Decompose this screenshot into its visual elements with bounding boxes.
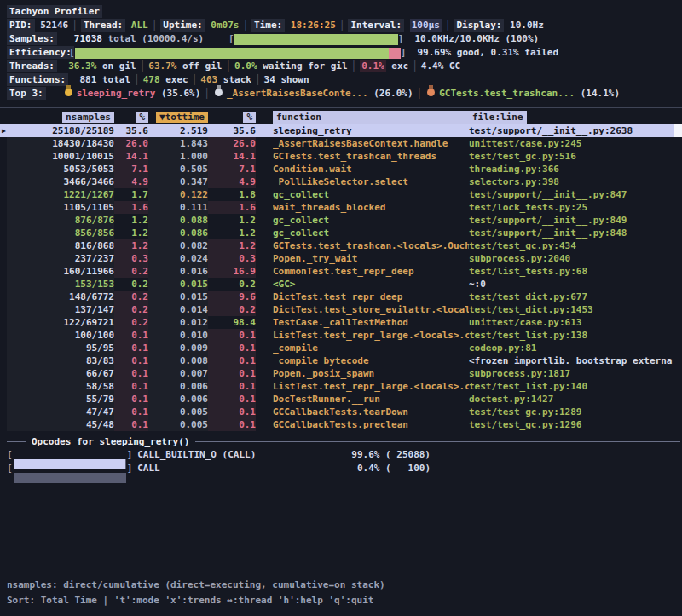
table-row[interactable]: 816/8681.20.0821.2GCTests.test_trashcan.… [0, 239, 682, 252]
nsamples-cell: 153/153 [7, 278, 114, 291]
table-row[interactable]: 1221/12671.70.1221.8gc_collecttest/suppo… [0, 188, 682, 201]
table-row[interactable]: 45/480.10.0050.1GCCallbackTests.preclean… [0, 418, 682, 431]
nsamples-cell: 10001/10015 [7, 150, 114, 163]
table-row[interactable]: 25188/2518935.62.51935.6sleeping_retryte… [0, 124, 682, 137]
opcodes-title: Opcodes for sleeping_retry() [26, 436, 195, 447]
column-header-pct-cumulative[interactable]: % [208, 111, 256, 124]
function-stat-value: 478 [143, 74, 160, 85]
pct-direct-cell: 0.1 [114, 393, 148, 406]
table-row[interactable]: 1105/11051.60.1111.6wait_threads_blocked… [0, 201, 682, 214]
table-row[interactable]: 66/670.10.0070.1Popen._posix_spawnsubpro… [0, 367, 682, 380]
function-stat-segment: 403 stack [200, 74, 251, 85]
table-row[interactable]: 47/470.10.0050.1GCCallbackTests.tearDown… [0, 406, 682, 418]
opcode-bar-fill [14, 473, 14, 483]
samples-bar-group: 10.0KHz/10.0KHz (100%) [228, 32, 539, 46]
function-cell: _PollLikeSelector.select [273, 176, 469, 188]
gap-cell [256, 227, 273, 239]
table-row[interactable]: 18430/1843026.01.84326.0_AssertRaisesBas… [0, 137, 682, 150]
column-header-file[interactable]: file:line [469, 111, 682, 124]
table-row[interactable]: 10001/1001514.11.00014.1GCTests.test_tra… [0, 150, 682, 163]
gap-cell [256, 252, 273, 265]
nsamples-cell: 5053/5053 [7, 163, 114, 176]
efficiency-line: Efficiency: 99.69% good, 0.31% failed [0, 46, 682, 60]
nsamples-cell: 148/6772 [7, 291, 114, 303]
functions-label: Functions: [7, 73, 68, 86]
function-cell: gc_collect [273, 188, 469, 201]
pct-direct-cell: 0.2 [114, 303, 148, 316]
nsamples-cell: 83/83 [7, 354, 114, 367]
pct-direct-cell: 0.3 [114, 252, 148, 265]
nsamples-cell: 18430/18430 [7, 137, 114, 150]
tottime-cell: 0.008 [148, 354, 208, 367]
table-row[interactable]: 83/830.10.0080.1_compile_bytecode<frozen… [0, 354, 682, 367]
pid-label: PID: [7, 19, 35, 32]
thread-stat-segment: 4.4% GC [421, 60, 460, 72]
pct-cumulative-cell: 26.0 [208, 137, 256, 150]
pct-cumulative-cell: 98.4 [208, 316, 256, 329]
table-row[interactable]: 55/790.10.0060.1DocTestRunner.__rundocte… [0, 393, 682, 406]
pct-cumulative-cell: 0.1 [208, 354, 256, 367]
pct-direct-cell: 14.1 [114, 150, 148, 163]
table-row[interactable]: 58/580.10.0060.1ListTest.test_repr_large… [0, 380, 682, 393]
column-header-nsamples[interactable]: nsamples [7, 111, 114, 124]
file-line-cell: test/test_list.py:140 [469, 380, 682, 393]
table-row[interactable]: 153/1530.20.0150.2<GC>~:0 [0, 278, 682, 291]
column-header-tottime-sorted[interactable]: ▼tottime [148, 111, 208, 124]
file-line-cell: test/lock_tests.py:25 [469, 201, 682, 214]
table-row[interactable]: 3466/34664.90.3474.9_PollLikeSelector.se… [0, 176, 682, 188]
function-cell: gc_collect [273, 214, 469, 227]
efficiency-summary: 99.69% good, 0.31% failed [406, 46, 558, 60]
table-row[interactable]: 148/67720.20.0159.6DictTest.test_repr_de… [0, 291, 682, 303]
function-cell: Popen._posix_spawn [273, 367, 469, 380]
gap-cell [256, 150, 273, 163]
tottime-cell: 0.505 [148, 163, 208, 176]
gap-cell [256, 342, 273, 354]
thread-stat-value: 63.7% [148, 60, 176, 72]
pct-cumulative-cell: 0.1 [208, 406, 256, 418]
gap-cell [256, 329, 273, 342]
top3-item[interactable]: GCTests.test_trashcan... (14.1%) [425, 88, 620, 99]
table-row[interactable]: 856/8561.20.0861.2gc_collecttest/support… [0, 227, 682, 239]
table-row[interactable]: 95/950.10.0090.1_compilecodeop.py:81 [0, 342, 682, 354]
table-row[interactable]: 237/2370.30.0240.3Popen._try_waitsubproc… [0, 252, 682, 265]
bronze-medal-icon [427, 89, 435, 96]
table-top-divider [0, 107, 682, 108]
function-cell: wait_threads_blocked [273, 201, 469, 214]
file-line-cell: threading.py:366 [469, 163, 682, 176]
thread-stat-segment: 0.1% exc [360, 60, 408, 72]
thread-stat-value: 0.1% [360, 60, 386, 72]
separator: │ [348, 60, 361, 72]
function-cell: <GC> [273, 278, 469, 291]
display-value: 10.0Hz [510, 20, 544, 31]
footer-help-line2: Sort: Total Time | 't':mode 'x':trends ↔… [0, 593, 385, 608]
gap-cell [256, 380, 273, 393]
nsamples-cell: 100/100 [7, 329, 114, 342]
top3-line: Top 3: sleeping_retry (35.6%)│_AssertRai… [0, 87, 682, 101]
table-row[interactable]: 160/119660.20.01616.9CommonTest.test_rep… [0, 265, 682, 278]
display-label: Display: [454, 19, 504, 32]
table-row[interactable]: 5053/50537.10.5057.1Condition.waitthread… [0, 163, 682, 176]
top3-item[interactable]: sleeping_retry (35.6%) [63, 88, 201, 99]
nsamples-cell: 1221/1267 [7, 188, 114, 201]
tottime-cell: 0.122 [148, 188, 208, 201]
column-header-pct-direct[interactable]: % [114, 111, 148, 124]
gap-cell [256, 354, 273, 367]
table-row[interactable]: 876/8761.20.0881.2gc_collecttest/support… [0, 214, 682, 227]
footer: nsamples: direct/cumulative (direct=exec… [0, 578, 385, 608]
table-row[interactable]: 100/1000.10.0100.1ListTest.test_repr_lar… [0, 329, 682, 342]
top3-item[interactable]: _AssertRaisesBaseConte... (26.0%) [213, 88, 413, 99]
function-stat-value: 34 [264, 74, 275, 85]
tottime-cell: 0.010 [148, 329, 208, 342]
tottime-cell: 0.014 [148, 303, 208, 316]
function-stat-text: total [96, 74, 130, 85]
column-header-function[interactable]: function [273, 111, 469, 124]
thread-value[interactable]: ALL [131, 20, 148, 31]
table-row[interactable]: 137/1470.20.0140.2DictTest.test_store_ev… [0, 303, 682, 316]
top3-function-name: sleeping_retry [77, 88, 156, 99]
file-line-cell: unittest/case.py:613 [469, 316, 682, 329]
separator: │ [188, 74, 201, 85]
separator: │ [336, 20, 349, 31]
pct-cumulative-cell: 0.3 [208, 252, 256, 265]
bracket [69, 46, 75, 60]
table-row[interactable]: 122/697210.20.01298.4TestCase._callTestM… [0, 316, 682, 329]
